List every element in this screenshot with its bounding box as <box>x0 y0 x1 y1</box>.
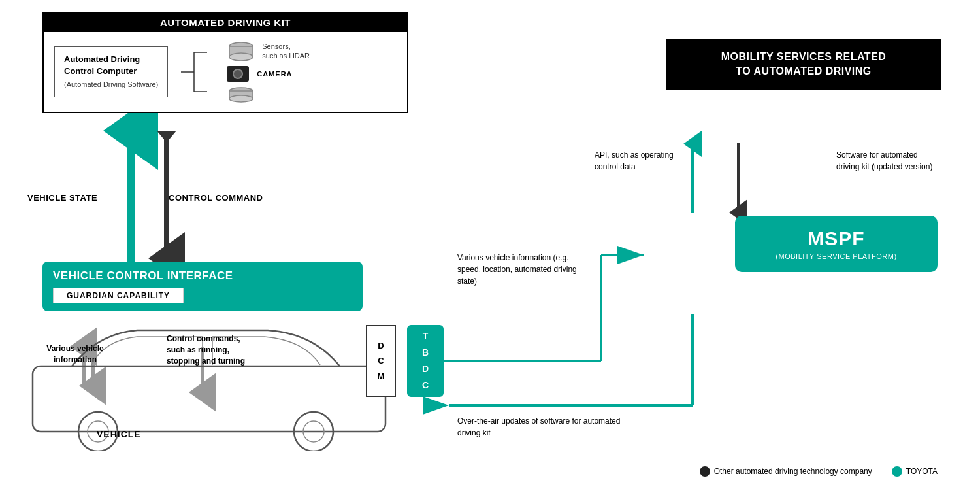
legend-other: Other automated driving technology compa… <box>700 466 872 477</box>
mspf-box: MSPF (MOBILITY SERVICE PLATFORM) <box>735 216 938 272</box>
dcm-label: DCM <box>378 338 385 384</box>
vci-title: VEHICLE CONTROL INTERFACE <box>53 269 352 282</box>
legend-toyota: TOYOTA <box>892 466 938 477</box>
legend-dot-black <box>700 466 710 477</box>
control-cmds-label: Control commands, such as running, stopp… <box>167 333 258 366</box>
mobility-services-box: MOBILITY SERVICES RELATEDTO AUTOMATED DR… <box>666 39 941 90</box>
adcc-title: Automated DrivingControl Computer <box>64 54 158 77</box>
camera-icon <box>227 66 249 82</box>
software-label: Software for automated driving kit (upda… <box>836 149 934 173</box>
car-silhouette <box>20 301 412 451</box>
tbdc-box: TBDC <box>407 325 444 397</box>
api-label: API, such as operating control data <box>595 149 679 173</box>
svg-marker-10 <box>157 131 176 143</box>
lidar-icon <box>227 41 255 61</box>
svg-point-30 <box>229 95 253 102</box>
mspf-title: MSPF <box>748 228 924 250</box>
diagram: AUTOMATED DRIVING KIT Automated DrivingC… <box>0 0 980 493</box>
automated-kit-header: AUTOMATED DRIVING KIT <box>44 13 407 32</box>
tbdc-label: TBDC <box>422 328 429 394</box>
mspf-sub: (MOBILITY SERVICE PLATFORM) <box>748 252 924 260</box>
sensor-lidar: Sensors,such as LiDAR <box>227 41 310 61</box>
sensors-label: Sensors,such as LiDAR <box>262 42 310 61</box>
vehicle-state-label: VEHICLE STATE <box>27 193 97 203</box>
mobility-title: MOBILITY SERVICES RELATEDTO AUTOMATED DR… <box>721 51 887 76</box>
guardian-label: GUARDIAN CAPABILITY <box>67 291 170 300</box>
legend-dot-teal <box>892 466 902 477</box>
adcc-box: Automated DrivingControl Computer (Autom… <box>54 46 168 97</box>
vehicle-info-label-right: Various vehicle information (e.g. speed,… <box>457 252 588 287</box>
automated-kit-content: Automated DrivingControl Computer (Autom… <box>44 32 407 112</box>
legend-toyota-label: TOYOTA <box>906 467 938 476</box>
svg-point-27 <box>229 53 253 61</box>
vehicle-info-label-left: Various vehicle information <box>46 343 105 366</box>
automated-kit-box: AUTOMATED DRIVING KIT Automated DrivingC… <box>42 12 408 113</box>
sensors-section: Sensors,such as LiDAR CAMERA <box>227 41 310 103</box>
ota-label: Over-the-air updates of software for aut… <box>457 415 627 439</box>
dcm-box: DCM <box>366 325 396 397</box>
svg-rect-31 <box>33 366 385 432</box>
vehicle-label: VEHICLE <box>97 429 141 439</box>
sensor-camera: CAMERA <box>227 66 292 82</box>
legend: Other automated driving technology compa… <box>700 466 938 477</box>
connector-lines <box>181 42 214 101</box>
cylinder2-icon <box>227 87 255 103</box>
adcc-sub: (Automated Driving Software) <box>64 80 158 90</box>
camera-label: CAMERA <box>257 70 292 78</box>
control-command-label: CONTROL COMMAND <box>169 193 263 203</box>
sensor-cylinder2 <box>227 87 255 103</box>
legend-other-label: Other automated driving technology compa… <box>714 467 872 476</box>
automated-kit-title: AUTOMATED DRIVING KIT <box>160 17 291 28</box>
